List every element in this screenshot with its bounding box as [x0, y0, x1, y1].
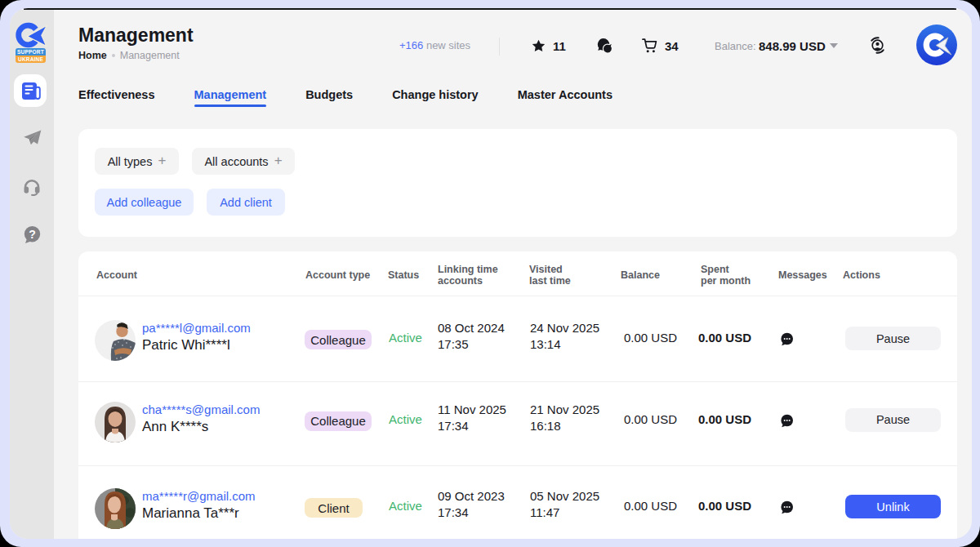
- svg-text:?: ?: [29, 228, 36, 241]
